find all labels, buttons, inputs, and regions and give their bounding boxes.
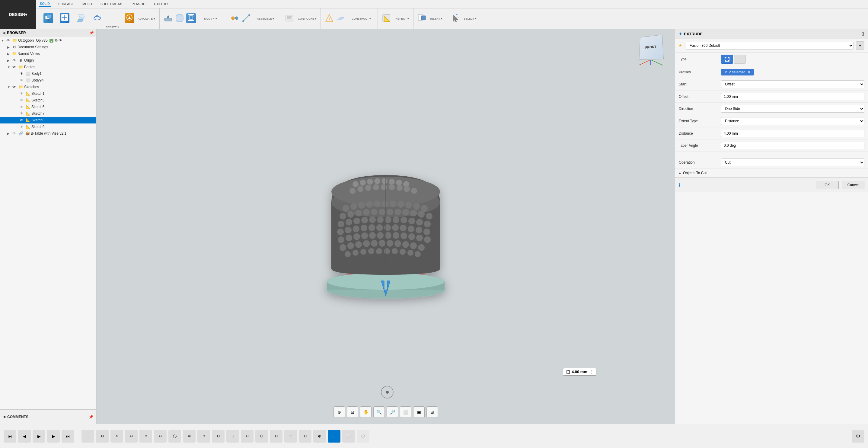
dimension-more-icon[interactable]: ⋮ bbox=[589, 369, 593, 374]
tool-2[interactable]: ⊡ bbox=[96, 430, 108, 443]
tab-mesh[interactable]: MESH bbox=[81, 1, 93, 6]
comments-pin-icon[interactable]: 📌 bbox=[89, 415, 93, 419]
browser-pin-icon[interactable]: 📌 bbox=[89, 31, 94, 35]
tree-item-sketch1[interactable]: ▶ 👁 📐 Sketch1 bbox=[0, 90, 96, 97]
inspect-button[interactable]: 📐 bbox=[381, 10, 392, 27]
nav-first-button[interactable]: ⏮ bbox=[4, 430, 16, 443]
nav-last-button[interactable]: ⏭ bbox=[62, 430, 74, 443]
offset-plane-button[interactable] bbox=[335, 10, 346, 27]
eye2-icon[interactable]: 👁 bbox=[59, 38, 62, 42]
tree-item-sketches[interactable]: ▼ 👁 📁 Sketches bbox=[0, 84, 96, 90]
view-shading-icon[interactable]: ▣ bbox=[413, 406, 425, 418]
configure-button[interactable] bbox=[284, 10, 295, 27]
eye-icon[interactable]: 👁 bbox=[19, 91, 24, 96]
tool-19[interactable]: ⬜ bbox=[342, 430, 355, 443]
create-sketch-button[interactable] bbox=[57, 10, 72, 27]
operation-select[interactable]: Cut bbox=[721, 158, 864, 166]
tool-8[interactable]: ⊕ bbox=[183, 430, 195, 443]
eye-icon[interactable]: 👁 bbox=[12, 58, 17, 63]
preset-add-button[interactable]: + bbox=[856, 41, 864, 50]
eye-icon[interactable]: 👁 bbox=[19, 124, 24, 129]
tree-item-b-table[interactable]: ▶ 👁 🔗 📦 B-Table with Vise v2:1 bbox=[0, 130, 96, 137]
tool-4[interactable]: ⊙ bbox=[125, 430, 137, 443]
assemble-button[interactable] bbox=[229, 10, 240, 27]
tool-1[interactable]: ⊡ bbox=[82, 430, 94, 443]
design-brand[interactable]: DESIGN ▾ bbox=[0, 0, 36, 29]
tool-18-active[interactable]: ⬡ bbox=[328, 430, 340, 443]
view-display-icon[interactable]: ⬜ bbox=[400, 406, 411, 418]
preset-select[interactable]: Fusion 360 Default bbox=[686, 42, 854, 50]
eye-icon[interactable]: 👁 bbox=[19, 118, 24, 123]
select-button[interactable] bbox=[450, 10, 461, 27]
eye-icon[interactable]: 👁 bbox=[19, 71, 24, 76]
tree-item-bodies[interactable]: ▼ 👁 📁 Bodies bbox=[0, 64, 96, 70]
view-grid-icon[interactable]: ⊡ bbox=[347, 406, 358, 418]
tab-plastic[interactable]: PLASTIC bbox=[130, 1, 147, 6]
tab-surface[interactable]: SURFACE bbox=[57, 1, 75, 6]
tool-12[interactable]: ⊙ bbox=[241, 430, 253, 443]
tree-item-origin[interactable]: ▶ 👁 ⊕ Origin bbox=[0, 57, 96, 64]
tool-5[interactable]: ⊕ bbox=[140, 430, 152, 443]
nav-next-button[interactable]: ▶ bbox=[47, 430, 60, 443]
profiles-clear-button[interactable]: ✕ bbox=[747, 70, 751, 74]
view-move-icon[interactable]: ⊕ bbox=[334, 406, 345, 418]
type-solid-button[interactable] bbox=[721, 55, 733, 64]
tree-item-body94[interactable]: ▶ 👁 ⬜ Body94 bbox=[0, 77, 96, 84]
taper-angle-input[interactable] bbox=[721, 142, 864, 149]
eye-icon[interactable]: 👁 bbox=[12, 85, 17, 89]
tool-17[interactable]: ◐ bbox=[313, 430, 326, 443]
tool-14[interactable]: ⊡ bbox=[270, 430, 282, 443]
eye-icon[interactable]: 👁 bbox=[19, 98, 24, 102]
new-component-button[interactable] bbox=[40, 10, 56, 27]
objects-to-cut-row[interactable]: ▶ Objects To Cut bbox=[675, 169, 868, 178]
tab-sheet-metal[interactable]: SHEET METAL bbox=[99, 1, 124, 6]
fillet-button[interactable] bbox=[174, 10, 185, 27]
tree-item-body1[interactable]: ▶ 👁 ⬜ Body1 bbox=[0, 70, 96, 77]
tree-item-doc-settings[interactable]: ▶ ⚙ Document Settings bbox=[0, 44, 96, 51]
nav-prev-button[interactable]: ◀ bbox=[18, 430, 31, 443]
tree-item-root[interactable]: ▼ 👁 📁 OctogoonTOp v35 L ⚙ 👁 bbox=[0, 37, 96, 44]
extent-type-select[interactable]: Distance bbox=[721, 117, 864, 125]
eye-icon[interactable]: 👁 bbox=[19, 111, 24, 116]
eye-icon[interactable]: 👁 bbox=[6, 38, 10, 43]
automate-button[interactable] bbox=[124, 10, 135, 27]
distance-input[interactable] bbox=[721, 130, 864, 137]
tool-16[interactable]: ⊡ bbox=[299, 430, 311, 443]
tree-item-sketch9[interactable]: ▶ 👁 📐 Sketch9 bbox=[0, 123, 96, 130]
ok-button[interactable]: OK bbox=[816, 181, 838, 189]
tool-3[interactable]: ☀ bbox=[111, 430, 123, 443]
tree-item-sketch7[interactable]: ▶ 👁 📐 Sketch7 bbox=[0, 110, 96, 117]
offset-input[interactable] bbox=[721, 93, 864, 100]
tree-item-sketch8[interactable]: ▶ 👁 📐 Sketch8 bbox=[0, 117, 96, 123]
eye-icon[interactable]: 👁 bbox=[19, 104, 24, 109]
tab-utilities[interactable]: UTILITIES bbox=[153, 1, 170, 6]
eye-icon[interactable]: 👁 bbox=[12, 65, 17, 69]
profiles-chip[interactable]: ↗ 2 selected ✕ bbox=[721, 69, 754, 76]
settings-gear-button[interactable]: ⚙ bbox=[852, 430, 864, 443]
tool-9[interactable]: ⊙ bbox=[197, 430, 210, 443]
joint-button[interactable] bbox=[241, 10, 252, 27]
tool-13[interactable]: ⬡ bbox=[255, 430, 268, 443]
tree-item-sketch6[interactable]: ▶ 👁 📐 Sketch6 bbox=[0, 103, 96, 110]
info-icon[interactable]: ℹ bbox=[679, 183, 680, 187]
direction-select[interactable]: One Side bbox=[721, 105, 864, 113]
tool-20[interactable]: ◯ bbox=[357, 430, 369, 443]
settings-icon[interactable]: ⚙ bbox=[55, 38, 58, 42]
tool-7[interactable]: ◯ bbox=[168, 430, 181, 443]
tool-15[interactable]: ✛ bbox=[284, 430, 297, 443]
view-pan-icon[interactable]: ✋ bbox=[360, 406, 372, 418]
tool-6[interactable]: ⊙ bbox=[154, 430, 166, 443]
type-surface-button[interactable] bbox=[734, 55, 746, 64]
tree-item-named-views[interactable]: ▶ 📁 Named Views bbox=[0, 51, 96, 57]
extrude-button[interactable] bbox=[73, 10, 89, 27]
tab-solid[interactable]: SOLID bbox=[39, 1, 51, 7]
panel-expand-icon[interactable]: ⟫ bbox=[862, 31, 864, 36]
view-more-icon[interactable]: ⊞ bbox=[427, 406, 438, 418]
shell-button[interactable] bbox=[186, 10, 196, 27]
view-search-icon[interactable]: 🔍 bbox=[373, 406, 385, 418]
insert-button[interactable] bbox=[416, 10, 427, 27]
cancel-button[interactable]: Cancel bbox=[842, 181, 864, 189]
tool-11[interactable]: ⊞ bbox=[226, 430, 239, 443]
eye-icon-2[interactable]: 👁 bbox=[19, 78, 24, 83]
eye-icon[interactable]: 👁 bbox=[12, 131, 17, 136]
